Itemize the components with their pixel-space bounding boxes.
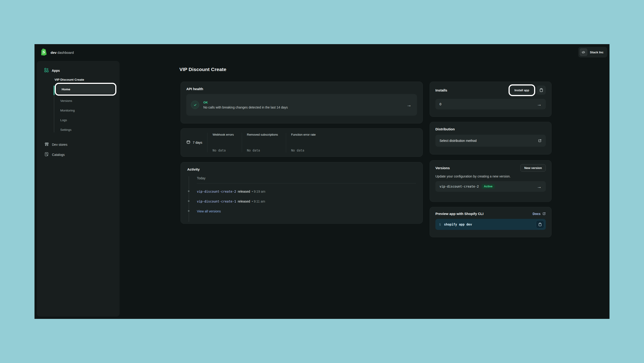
arrow-right-icon: → <box>407 102 412 107</box>
installs-count: 0 <box>440 102 441 106</box>
timeline-dot <box>188 200 190 202</box>
date-range-label: 7 days <box>193 141 202 144</box>
code-icon <box>580 48 588 56</box>
arrow-right-icon: → <box>537 184 542 189</box>
metric-label: Function error rate <box>291 133 316 136</box>
distribution-card: Distribution Select distribution method <box>430 122 552 154</box>
sidebar-app-nav: Home Versions Monitoring Logs Settings <box>54 85 120 134</box>
copy-install-link-button[interactable] <box>536 85 546 95</box>
metric-value: No data <box>291 148 316 152</box>
version-link[interactable]: vip-discount-create-2 <box>197 190 236 193</box>
check-circle-icon <box>191 101 199 109</box>
activity-action: released <box>238 200 250 203</box>
activity-item[interactable]: vip-discount-create-2 released • 9:19 am <box>197 190 416 193</box>
org-switcher-button[interactable]: Stack Inc <box>578 47 607 57</box>
main-column: API health OK No calls with breaking cha… <box>180 82 423 224</box>
view-all-versions-item[interactable]: View all versions <box>197 209 416 213</box>
api-health-status-row[interactable]: OK No calls with breaking changes detect… <box>186 94 417 116</box>
sidebar-dev-stores-label: Dev stores <box>52 143 68 146</box>
metric-value: No data <box>247 148 278 152</box>
metric-removed-subscriptions: Removed subscriptions No data <box>242 133 284 152</box>
timeline-dot <box>188 210 190 212</box>
metric-function-error-rate: Function error rate No data <box>286 133 321 152</box>
install-app-button[interactable]: Install app <box>510 86 533 94</box>
active-version-row[interactable]: vip-discount-create-2 Active → <box>436 181 546 192</box>
cli-command: shopify app dev <box>444 223 472 226</box>
sidebar: Apps VIP Discount Create Home Versions M… <box>37 61 120 317</box>
storefront-icon <box>44 142 49 147</box>
external-link-icon <box>538 139 542 143</box>
dev-dashboard-window: S devdashboard Stack Inc <box>34 44 610 319</box>
versions-card: Versions New version Update your configu… <box>430 160 552 202</box>
clipboard-icon <box>539 88 543 92</box>
sidebar-item-versions[interactable]: Versions <box>54 96 120 105</box>
activity-title: Activity <box>187 167 416 171</box>
clipboard-icon <box>538 223 542 226</box>
sidebar-app-name: VIP Discount Create <box>54 78 120 81</box>
right-column: Installs Install app 0 → <box>430 82 552 237</box>
sidebar-sub-nav: Versions Monitoring Logs Settings <box>54 96 120 134</box>
activity-card: Activity Today vip-discount-create-2 rel… <box>180 162 423 224</box>
cli-prompt: $ <box>439 223 441 226</box>
version-name: vip-discount-create-2 <box>440 185 479 188</box>
activity-timeline: Today vip-discount-create-2 released • 9… <box>188 175 416 213</box>
api-health-status: OK <box>203 101 288 104</box>
external-link-icon <box>542 212 546 215</box>
sidebar-item-logs[interactable]: Logs <box>54 115 120 125</box>
metric-webhook-errors: Webhook errors No data <box>207 133 239 152</box>
installs-card: Installs Install app 0 → <box>430 82 552 117</box>
preview-title: Preview app with Shopify CLI <box>436 212 484 216</box>
date-range-selector[interactable]: 7 days <box>186 140 202 145</box>
installs-title: Installs <box>436 88 447 92</box>
api-health-message: No calls with breaking changes detected … <box>203 105 288 109</box>
catalog-icon <box>44 152 49 157</box>
activity-time: • 9:19 am <box>252 190 265 193</box>
metric-label: Webhook errors <box>212 133 234 136</box>
sidebar-apps-label: Apps <box>52 69 60 72</box>
metrics-card: 7 days Webhook errors No data Removed su… <box>180 128 423 157</box>
sidebar-item-apps[interactable]: Apps <box>44 68 120 73</box>
docs-label: Docs <box>533 212 540 216</box>
arrow-right-icon: → <box>537 102 542 107</box>
metric-value: No data <box>212 148 234 152</box>
sidebar-home-label: Home <box>62 88 70 91</box>
sidebar-item-catalogs[interactable]: Catalogs <box>37 150 120 160</box>
sidebar-catalogs-label: Catalogs <box>52 153 65 157</box>
version-link[interactable]: vip-discount-create-1 <box>197 200 236 203</box>
brand: S devdashboard <box>40 47 74 57</box>
topbar: S devdashboard Stack Inc <box>34 44 610 61</box>
timeline-divider <box>197 183 416 183</box>
activity-group-label: Today <box>197 175 416 183</box>
timeline-dot <box>188 190 190 192</box>
versions-title: Versions <box>436 166 450 170</box>
distribution-row-label: Select distribution method <box>440 139 476 143</box>
page-title: VIP Discount Create <box>180 67 226 72</box>
metric-label: Removed subscriptions <box>247 133 278 136</box>
activity-time: • 9:11 am <box>252 200 265 203</box>
api-health-title: API health <box>186 87 417 91</box>
shopify-logo-icon: S <box>40 47 48 57</box>
versions-description: Update your configuration by creating a … <box>436 174 546 178</box>
api-health-card: API health OK No calls with breaking cha… <box>180 82 423 123</box>
sidebar-item-home[interactable]: Home <box>56 85 114 94</box>
cli-command-row: $ shopify app dev <box>436 219 546 230</box>
docs-link[interactable]: Docs <box>533 212 546 216</box>
active-status-badge: Active <box>482 184 495 189</box>
sidebar-item-settings[interactable]: Settings <box>54 125 120 134</box>
activity-item[interactable]: vip-discount-create-1 released • 9:11 am <box>197 200 416 203</box>
apps-grid-icon <box>44 68 49 73</box>
install-app-highlight-ring: Install app <box>510 86 533 94</box>
copy-command-button[interactable] <box>536 220 544 229</box>
sidebar-item-dev-stores[interactable]: Dev stores <box>37 140 120 150</box>
api-health-texts: OK No calls with breaking changes detect… <box>203 101 288 109</box>
select-distribution-row[interactable]: Select distribution method <box>436 135 546 147</box>
calendar-icon <box>186 140 190 145</box>
activity-action: released <box>238 190 250 193</box>
sidebar-bottom-nav: Dev stores Catalogs <box>37 140 120 160</box>
org-name: Stack Inc <box>590 50 604 54</box>
new-version-button[interactable]: New version <box>520 164 546 172</box>
sidebar-item-monitoring[interactable]: Monitoring <box>54 105 120 115</box>
view-all-versions-link[interactable]: View all versions <box>197 209 221 213</box>
installs-count-row[interactable]: 0 → <box>436 99 546 109</box>
brand-title: devdashboard <box>50 50 74 54</box>
